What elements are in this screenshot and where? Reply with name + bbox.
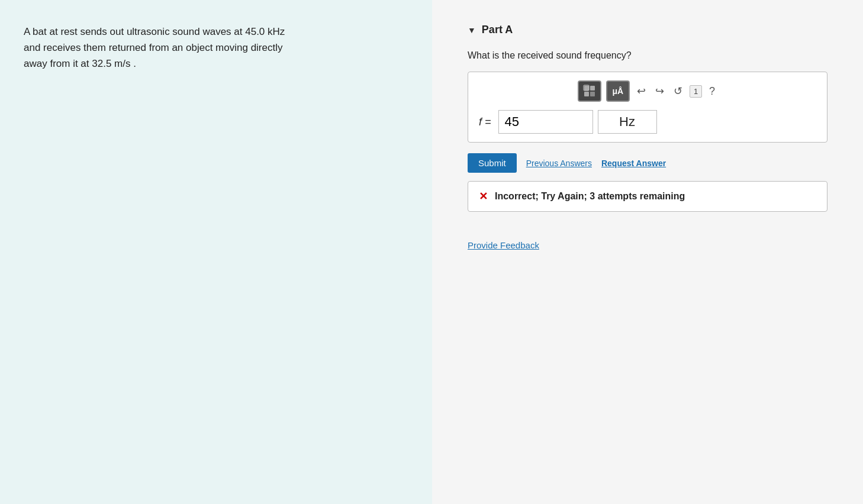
unit-display: Hz: [598, 110, 657, 134]
left-panel: A bat at rest sends out ultrasonic sound…: [0, 0, 432, 504]
part-label: Part A: [482, 24, 513, 36]
problem-line-2: and receives them returned from an objec…: [24, 42, 282, 53]
answer-box: μÅ ↩ ↪ ↺ 1 ? f = Hz: [468, 72, 827, 143]
request-answer-link[interactable]: Request Answer: [601, 159, 666, 168]
redo-icon: ↪: [655, 85, 664, 98]
toolbar-counter: 1: [690, 85, 702, 98]
svg-rect-3: [590, 92, 595, 96]
redo-button[interactable]: ↪: [653, 83, 666, 99]
toolbar: μÅ ↩ ↪ ↺ 1 ?: [479, 80, 816, 102]
matrix-icon: [583, 85, 596, 98]
svg-rect-0: [584, 86, 589, 91]
previous-answers-link[interactable]: Previous Answers: [526, 159, 592, 168]
submit-row: Submit Previous Answers Request Answer: [468, 153, 827, 173]
collapse-arrow-icon[interactable]: ▼: [468, 25, 476, 35]
incorrect-icon: ✕: [479, 190, 488, 203]
problem-line-3: away from it at 32.5 m/s .: [24, 58, 136, 69]
help-icon: ?: [709, 85, 715, 98]
part-header: ▼ Part A: [468, 24, 827, 36]
undo-icon: ↩: [637, 85, 646, 98]
mu-button[interactable]: μÅ: [606, 80, 630, 102]
matrix-button[interactable]: [578, 80, 601, 102]
feedback-box: ✕ Incorrect; Try Again; 3 attempts remai…: [468, 181, 827, 212]
provide-feedback-link[interactable]: Provide Feedback: [468, 240, 827, 250]
frequency-input[interactable]: [498, 110, 593, 134]
refresh-button[interactable]: ↺: [671, 83, 685, 99]
input-row: f = Hz: [479, 110, 816, 134]
right-panel: ▼ Part A What is the received sound freq…: [432, 0, 863, 504]
help-button[interactable]: ?: [707, 84, 717, 99]
problem-text: A bat at rest sends out ultrasonic sound…: [24, 24, 408, 72]
question-text: What is the received sound frequency?: [468, 50, 827, 61]
f-label: f =: [479, 116, 491, 128]
problem-line-1: A bat at rest sends out ultrasonic sound…: [24, 26, 285, 37]
submit-button[interactable]: Submit: [468, 153, 517, 173]
mu-label: μÅ: [613, 86, 624, 96]
svg-rect-1: [590, 86, 595, 91]
svg-rect-2: [584, 92, 589, 96]
feedback-text: Incorrect; Try Again; 3 attempts remaini…: [495, 191, 685, 202]
undo-button[interactable]: ↩: [635, 83, 648, 99]
refresh-icon: ↺: [674, 85, 682, 98]
